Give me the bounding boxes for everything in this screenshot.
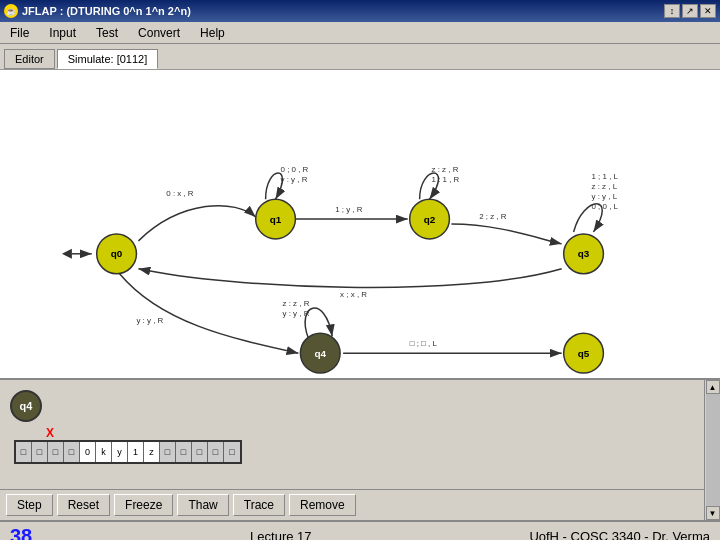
tape-cell: z bbox=[144, 442, 160, 462]
freeze-button[interactable]: Freeze bbox=[114, 494, 173, 516]
edge-label-q0-q4a: y : y , R bbox=[136, 316, 163, 325]
tape-cell: □ bbox=[16, 442, 32, 462]
tape-cell: □ bbox=[192, 442, 208, 462]
edge-q2-q3 bbox=[451, 224, 561, 244]
maximize-button[interactable]: ↗ bbox=[682, 4, 698, 18]
trace-button[interactable]: Trace bbox=[233, 494, 285, 516]
state-q0-label: q0 bbox=[111, 248, 123, 259]
scrollbar[interactable]: ▲ ▼ bbox=[704, 380, 720, 520]
edge-label-q1-self1: 0 ; 0 , R bbox=[281, 165, 309, 174]
tape-cell: □ bbox=[176, 442, 192, 462]
app-icon: ☕ bbox=[4, 4, 18, 18]
tape-cells: □ □ □ □ 0 k y 1 z □ □ □ □ □ bbox=[14, 440, 242, 464]
state-q3-label: q3 bbox=[578, 248, 590, 259]
tape-cell: □ bbox=[160, 442, 176, 462]
tape-cell: □ bbox=[208, 442, 224, 462]
state-machine-diagram: 0 : x , R y : y , R 0 ; 0 , R y : y , R … bbox=[0, 70, 720, 378]
menu-convert[interactable]: Convert bbox=[132, 24, 186, 42]
scroll-track[interactable] bbox=[706, 394, 720, 506]
menu-bar: File Input Test Convert Help bbox=[0, 22, 720, 44]
tape-cell: y bbox=[112, 442, 128, 462]
diagram-area: 0 : x , R y : y , R 0 ; 0 , R y : y , R … bbox=[0, 70, 720, 380]
close-button[interactable]: ✕ bbox=[700, 4, 716, 18]
tape-head-marker: X bbox=[46, 426, 698, 440]
state-q5-label: q5 bbox=[578, 348, 590, 359]
scroll-down-button[interactable]: ▼ bbox=[706, 506, 720, 520]
edge-label-q2-self2: 1 : 1 , R bbox=[432, 175, 460, 184]
tab-editor[interactable]: Editor bbox=[4, 49, 55, 69]
tape-display: X □ □ □ □ 0 k y 1 z □ □ □ □ □ bbox=[6, 426, 698, 464]
bottom-left: q4 X □ □ □ □ 0 k y 1 z □ □ bbox=[0, 380, 704, 520]
tab-bar: Editor Simulate: [0112] bbox=[0, 44, 720, 70]
window-controls[interactable]: ↕ ↗ ✕ bbox=[664, 4, 716, 18]
edge-q0-q1 bbox=[138, 206, 255, 241]
tape-cell: □ bbox=[48, 442, 64, 462]
tab-simulate[interactable]: Simulate: [0112] bbox=[57, 49, 159, 69]
edge-label-q2-self1: z : z , R bbox=[432, 165, 459, 174]
scroll-up-button[interactable]: ▲ bbox=[706, 380, 720, 394]
button-row: Step Reset Freeze Thaw Trace Remove bbox=[0, 489, 704, 520]
window-title: JFLAP : (DTURING 0^n 1^n 2^n) bbox=[22, 5, 191, 17]
state-q2-label: q2 bbox=[424, 214, 436, 225]
menu-input[interactable]: Input bbox=[43, 24, 82, 42]
edge-label-q4-q5: □ ; □ , L bbox=[410, 339, 438, 348]
tape-cell: 0 bbox=[80, 442, 96, 462]
edge-label-q4-self2: y : y , R bbox=[283, 309, 310, 318]
edge-label-q0-q1: 0 : x , R bbox=[166, 189, 194, 198]
edge-label-q3-self4: 0 ; 0 , L bbox=[591, 202, 618, 211]
footer: 38 Lecture 17 UofH - COSC 3340 - Dr. Ver… bbox=[0, 520, 720, 540]
tape-section: q4 X □ □ □ □ 0 k y 1 z □ □ bbox=[0, 380, 704, 489]
initial-triangle bbox=[62, 249, 72, 259]
edge-label-q3-self1: 1 ; 1 , L bbox=[591, 172, 618, 181]
edge-label-q1-q2: 1 ; y , R bbox=[335, 205, 363, 214]
tape-cell: □ bbox=[224, 442, 240, 462]
tape-cell: □ bbox=[64, 442, 80, 462]
minimize-button[interactable]: ↕ bbox=[664, 4, 680, 18]
menu-file[interactable]: File bbox=[4, 24, 35, 42]
bottom-panel: q4 X □ □ □ □ 0 k y 1 z □ □ bbox=[0, 380, 720, 520]
footer-center: Lecture 17 bbox=[250, 529, 311, 541]
reset-button[interactable]: Reset bbox=[57, 494, 110, 516]
title-bar: ☕ JFLAP : (DTURING 0^n 1^n 2^n) ↕ ↗ ✕ bbox=[0, 0, 720, 22]
tape-cell: □ bbox=[32, 442, 48, 462]
edge-label-q1-self2: y : y , R bbox=[281, 175, 308, 184]
footer-right: UofH - COSC 3340 - Dr. Verma bbox=[529, 529, 710, 541]
edge-label-q2-q3: 2 ; z , R bbox=[479, 212, 507, 221]
menu-test[interactable]: Test bbox=[90, 24, 124, 42]
tape-cell: k bbox=[96, 442, 112, 462]
edge-q3-q0 bbox=[138, 269, 561, 288]
state-q1-label: q1 bbox=[270, 214, 282, 225]
thaw-button[interactable]: Thaw bbox=[177, 494, 228, 516]
edge-label-q4-self1: z : z , R bbox=[283, 299, 310, 308]
menu-help[interactable]: Help bbox=[194, 24, 231, 42]
edge-label-q3-q0: x ; x , R bbox=[340, 290, 367, 299]
edge-q0-q4 bbox=[120, 274, 299, 353]
state-q4-label: q4 bbox=[314, 348, 326, 359]
step-button[interactable]: Step bbox=[6, 494, 53, 516]
edge-label-q3-self2: z : z , L bbox=[591, 182, 617, 191]
remove-button[interactable]: Remove bbox=[289, 494, 356, 516]
edge-label-q3-self3: y : y , L bbox=[591, 192, 617, 201]
tape-state-indicator: q4 bbox=[10, 390, 42, 422]
slide-number: 38 bbox=[10, 525, 32, 541]
tape-cell: 1 bbox=[128, 442, 144, 462]
